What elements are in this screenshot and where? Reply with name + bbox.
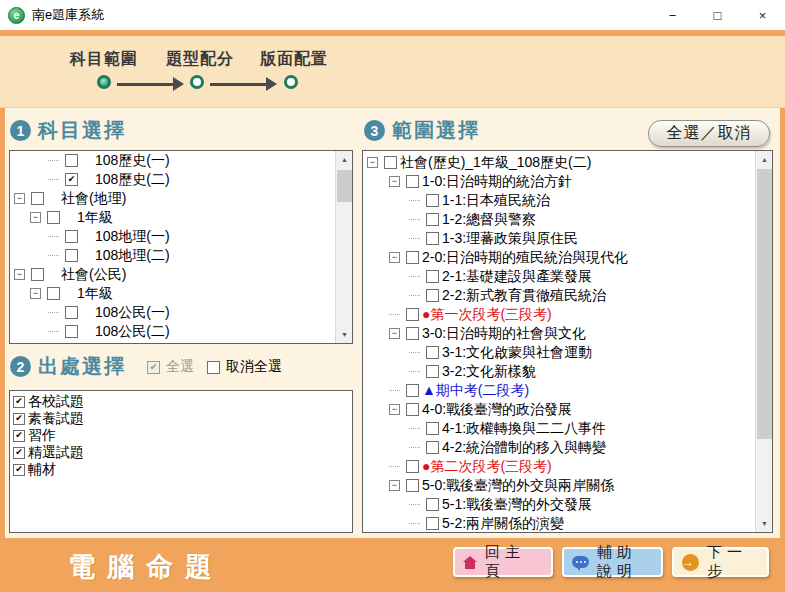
checkbox[interactable] — [406, 327, 419, 340]
tree-row[interactable]: 108公民(一) — [10, 303, 352, 322]
scroll-up-icon[interactable]: ▲ — [336, 151, 353, 168]
list-item[interactable]: ✔輔材 — [10, 461, 352, 478]
checkbox[interactable] — [426, 232, 439, 245]
checkbox[interactable] — [65, 249, 78, 262]
collapse-toggle-icon[interactable]: − — [30, 288, 41, 299]
tree-row[interactable]: −4-0:戰後臺灣的政治發展 — [363, 400, 772, 419]
checkbox[interactable] — [426, 517, 439, 530]
tree-row[interactable]: −1年級 — [10, 208, 352, 227]
collapse-toggle-icon[interactable]: − — [14, 193, 25, 204]
tree-row[interactable]: 3-1:文化啟蒙與社會運動 — [363, 343, 772, 362]
checkbox[interactable] — [384, 156, 397, 169]
checkbox[interactable]: ✔ — [13, 396, 25, 408]
scroll-thumb[interactable] — [337, 170, 352, 202]
checkbox[interactable]: ✔ — [13, 413, 25, 425]
checkbox[interactable] — [406, 384, 419, 397]
checkbox[interactable] — [31, 268, 44, 281]
checkbox[interactable] — [47, 211, 60, 224]
tree-row[interactable]: −社會(歷史)_1年級_108歷史(二) — [363, 153, 772, 172]
checkbox[interactable] — [406, 479, 419, 492]
tree-row[interactable]: 2-2:新式教育貫徹殖民統治 — [363, 286, 772, 305]
checkbox[interactable] — [406, 460, 419, 473]
scrollbar[interactable]: ▲ ▼ — [755, 151, 772, 532]
checkbox[interactable] — [426, 194, 439, 207]
checkbox[interactable]: ✔ — [13, 464, 25, 476]
scroll-down-icon[interactable]: ▼ — [756, 515, 773, 532]
tree-row[interactable]: 2-1:基礎建設與產業發展 — [363, 267, 772, 286]
tree-row[interactable]: −2-0:日治時期的殖民統治與現代化 — [363, 248, 772, 267]
tree-row[interactable]: 1-3:理蕃政策與原住民 — [363, 229, 772, 248]
deselect-all-checkbox[interactable] — [207, 361, 220, 374]
list-item[interactable]: ✔精選試題 — [10, 444, 352, 461]
checkbox[interactable] — [65, 154, 78, 167]
collapse-toggle-icon[interactable]: − — [30, 212, 41, 223]
tree-row-exam[interactable]: ●第二次段考(三段考) — [363, 457, 772, 476]
checkbox[interactable] — [426, 346, 439, 359]
collapse-toggle-icon[interactable]: − — [389, 176, 400, 187]
next-button[interactable]: → 下一步 — [672, 547, 769, 577]
checkbox[interactable] — [426, 498, 439, 511]
collapse-toggle-icon[interactable]: − — [367, 157, 378, 168]
collapse-toggle-icon[interactable]: − — [389, 404, 400, 415]
select-toggle-all-button[interactable]: 全選／取消 — [648, 120, 770, 147]
checkbox[interactable] — [426, 422, 439, 435]
list-item[interactable]: ✔各校試題 — [10, 393, 352, 410]
checkbox[interactable] — [426, 289, 439, 302]
tree-row[interactable]: −1年級 — [10, 284, 352, 303]
checkbox[interactable] — [426, 365, 439, 378]
tree-row[interactable]: ✔108歷史(二) — [10, 170, 352, 189]
collapse-toggle-icon[interactable]: − — [389, 328, 400, 339]
tree-row[interactable]: 4-1:政權轉換與二二八事件 — [363, 419, 772, 438]
checkbox[interactable]: ✔ — [13, 447, 25, 459]
help-button[interactable]: 輔助說明 — [562, 547, 663, 577]
select-all-control[interactable]: ✔ 全選 — [147, 358, 194, 376]
tree-row[interactable]: 4-2:統治體制的移入與轉變 — [363, 438, 772, 457]
tree-row[interactable]: 108地理(一) — [10, 227, 352, 246]
tree-row[interactable]: −3-0:日治時期的社會與文化 — [363, 324, 772, 343]
tree-row[interactable]: −5-0:戰後臺灣的外交與兩岸關係 — [363, 476, 772, 495]
tree-row[interactable]: 3-2:文化新樣貌 — [363, 362, 772, 381]
collapse-toggle-icon[interactable]: − — [389, 480, 400, 491]
scrollbar[interactable]: ▲ ▼ — [335, 151, 352, 343]
scroll-thumb[interactable] — [757, 169, 772, 439]
tree-row[interactable]: −社會(地理) — [10, 189, 352, 208]
close-button[interactable]: × — [740, 0, 785, 30]
checkbox[interactable]: ✔ — [13, 430, 25, 442]
tree-row[interactable]: 5-1:戰後臺灣的外交發展 — [363, 495, 772, 514]
checkbox[interactable] — [65, 306, 78, 319]
list-item[interactable]: ✔習作 — [10, 427, 352, 444]
tree-row[interactable]: 108地理(二) — [10, 246, 352, 265]
tree-row[interactable]: 5-2:兩岸關係的演變 — [363, 514, 772, 533]
deselect-all-control[interactable]: 取消全選 — [207, 358, 282, 376]
tree-row-exam[interactable]: ●第一次段考(三段考) — [363, 305, 772, 324]
collapse-toggle-icon[interactable]: − — [14, 269, 25, 280]
tree-row[interactable]: −1-0:日治時期的統治方針 — [363, 172, 772, 191]
checkbox[interactable] — [426, 270, 439, 283]
list-item[interactable]: ✔素養試題 — [10, 410, 352, 427]
scroll-up-icon[interactable]: ▲ — [756, 151, 773, 168]
tree-row[interactable]: 1-2:總督與警察 — [363, 210, 772, 229]
tree-row[interactable]: 1-1:日本殖民統治 — [363, 191, 772, 210]
checkbox[interactable] — [47, 287, 60, 300]
checkbox[interactable]: ✔ — [65, 173, 78, 186]
checkbox[interactable] — [31, 192, 44, 205]
maximize-button[interactable]: □ — [695, 0, 740, 30]
collapse-toggle-icon[interactable]: − — [389, 252, 400, 263]
checkbox[interactable] — [65, 325, 78, 338]
checkbox[interactable] — [406, 403, 419, 416]
tree-row-exam[interactable]: ▲期中考(二段考) — [363, 381, 772, 400]
checkbox[interactable] — [65, 230, 78, 243]
checkbox[interactable] — [406, 251, 419, 264]
tree-row[interactable]: 108公民(二) — [10, 322, 352, 341]
checkbox[interactable] — [426, 213, 439, 226]
checkbox[interactable] — [406, 308, 419, 321]
home-button[interactable]: 回主頁 — [453, 547, 553, 577]
select-all-checkbox[interactable]: ✔ — [147, 361, 160, 374]
minimize-button[interactable]: − — [650, 0, 695, 30]
checkbox[interactable] — [406, 175, 419, 188]
tree-row[interactable]: 108歷史(一) — [10, 151, 352, 170]
tree-row[interactable]: −歷屆試題 — [10, 341, 352, 344]
tree-row[interactable]: −社會(公民) — [10, 265, 352, 284]
scroll-down-icon[interactable]: ▼ — [336, 326, 353, 343]
checkbox[interactable] — [426, 441, 439, 454]
